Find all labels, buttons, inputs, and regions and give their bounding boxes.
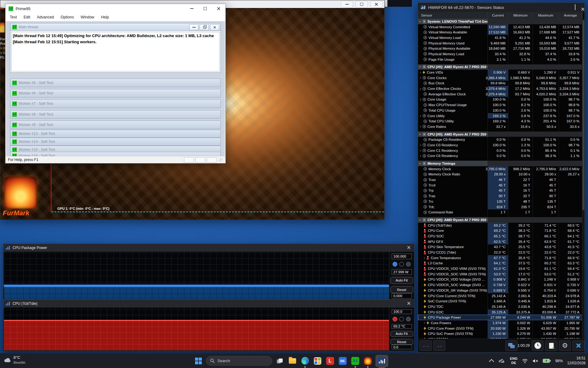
expand-chevron-icon[interactable]: › [420,70,421,75]
app-be-button[interactable]: BE [338,356,348,366]
hwinfo-titlebar[interactable]: HWiNFO® 64 v8.22-5670 - Sensors Status [418,3,585,12]
graph1-radio-3[interactable] [406,262,411,266]
furmark-maximize-button[interactable] [356,1,368,8]
graph1-max-input[interactable]: 100.000 [392,254,412,259]
sensor-row-core-powers[interactable]: ›Core Powers1.974 W0.002 W6.629 W1.965 W [418,320,583,326]
main-thread-minimize-button[interactable] [189,24,198,30]
sensor-row-average-effective-clock[interactable]: Average Effective Clock3,379.4 MHz93.7 M… [418,91,583,97]
sensor-row-core-utility[interactable]: ›Core Utility169.3 %0.8 %237.8 %167.0 % [418,113,583,119]
sensor-row-virtual-memory-available[interactable]: Virtual Memory Available17,510 MB16,663 … [418,29,583,35]
sensor-row-core-effective-clocks[interactable]: ›Core Effective Clocks3,379.4 MHz17.2 MH… [418,86,583,91]
sensor-row-cpu-edc[interactable]: CPU EDC35.125 A33.375 A83.000 A37.772 A [418,309,583,315]
worker-window-worker-7[interactable]: P2-1Worker #7 - Self-Test [10,99,221,108]
expand-chevron-icon[interactable]: › [424,321,425,325]
sensor-row-total-cpu-utility[interactable]: Total CPU Utility169.2 %4.3 %201.4 %167.… [418,118,583,124]
furmark-taskbar-button[interactable] [363,356,373,366]
sensor-row-cpu-tdc[interactable]: CPU TDC25.149 A2.030 A40.298 A24.977 A [418,304,583,309]
prime95-close-button[interactable] [212,4,225,13]
sensor-row-cpu-ccd1-tdie[interactable]: CPU CCD1 (Tdie)22.0 °C22.0 °C22.0 °C22.0… [418,250,583,255]
main-thread-close-button[interactable] [210,24,219,30]
section-header-cpu-0-amd-ryzen-ai-7-pro-350-w-radeon-860m-enhanced[interactable]: ›CPU [#0]: AMD Ryzen AI 7 PRO 350 w/ Rad… [418,217,583,223]
main-thread-window[interactable]: P2-1 Main thread [Main thread Feb 12 15:… [10,23,221,73]
expand-chevron-icon[interactable]: › [420,143,421,147]
graph2-titlebar[interactable]: CPU (Tctl/Tdie) [3,300,414,308]
sensor-table-header[interactable]: Sensor Current Minimum Maximum Average [418,12,583,19]
sensor-row-max-cpu-thread-usage[interactable]: Max CPU/Thread Usage100.0 %8.2 %100.0 %9… [418,102,583,108]
graph1-close-button[interactable] [407,245,412,250]
sensor-row-trp[interactable]: Trp45 T16 T45 T [418,188,583,194]
column-maximum[interactable]: Maximum [533,12,559,19]
sensor-row-core-c6-residency[interactable]: ›Core C6 Residency0.0 %0.0 %98.3 %1.1 % [418,153,583,159]
prime95-taskbar-button[interactable]: 2-1 [350,356,360,366]
battery-charging-icon[interactable] [543,358,551,363]
graph1-radio-2[interactable] [399,262,404,266]
graph2-max-input[interactable]: 100.0 [392,309,412,314]
column-minimum[interactable]: Minimum [508,12,533,19]
clock-button[interactable] [532,340,544,351]
column-average[interactable]: Average [559,12,582,19]
sensor-row-trfc[interactable]: Trfc824 T295 T824 T [418,204,583,210]
menu-advanced[interactable]: Advanced [37,15,54,19]
graph1-titlebar[interactable]: CPU Package Power [3,244,414,252]
expand-chevron-icon[interactable]: › [420,154,421,158]
column-sensor[interactable]: Sensor [418,12,488,19]
prime95-minimize-button[interactable] [185,4,198,13]
section-header-cpu-0-amd-ryzen-ai-7-pro-350-w-radeon-860m[interactable]: ›CPU [#0]: AMD Ryzen AI 7 PRO 350 w/ Rad… [418,64,583,70]
worker-window-worker-6[interactable]: P2-1Worker #6 - Self-Test [10,89,221,98]
edge-browser-button[interactable] [300,356,310,366]
sensor-row-core-temperatures[interactable]: ›Core Temperatures67.7 °C35.9 °C71.8 °C6… [418,255,583,261]
sensor-row-physical-memory-load[interactable]: Physical Memory Load33.4 %32.8 %37.4 %33… [418,51,583,57]
section-header-system-lenovo-thinkpad-t14-gen-6[interactable]: ›System: LENOVO ThinkPad T14 Gen 6 [418,19,583,24]
tray-overflow-chevron[interactable] [489,359,494,364]
main-thread-log[interactable]: [Main thread Feb 12 15:49] Optimizing fo… [11,32,220,71]
resize-grip[interactable] [219,158,223,162]
collapse-all-button[interactable]: →← [433,340,446,351]
graph2-current-value[interactable]: 69.2 °C [392,324,412,329]
furmark-close-button[interactable] [370,1,383,8]
hwinfo-exit-button[interactable] [572,340,585,351]
remote-monitoring-button[interactable] [505,340,518,351]
sensor-row-core-c1-residency[interactable]: ›Core C1 Residency0.0 %0.0 %85.4 %0.1 % [418,148,583,153]
sensor-row-cpu-vddcr-sr-voltage-svi3-tfn[interactable]: CPU VDDCR_SR Voltage (SVI3 TFN)0.699 V0.… [418,288,583,293]
search-input[interactable]: Search [206,356,272,366]
onedrive-paused-icon[interactable] [498,358,506,363]
chevron-down-icon[interactable]: › [418,219,423,220]
worker-window-worker-13[interactable]: P2-1Worker #13 - Self-Test [10,130,221,138]
chevron-down-icon[interactable]: › [418,163,423,164]
microsoft-store-button[interactable] [313,356,322,366]
graph2-radio-2[interactable] [399,317,404,321]
prime95-titlebar[interactable]: P2-1 Prime95 [6,4,225,13]
graph1-min-input[interactable]: 0.000 [392,293,412,299]
expand-chevron-icon[interactable]: › [420,113,421,118]
expand-chevron-icon[interactable]: › [424,256,425,260]
furmark-minimize-button[interactable] [341,1,353,8]
report-button[interactable] [545,340,557,351]
sensor-row-cpu-core-power-svi3-tfn[interactable]: CPU Core Power (SVI3 TFN)20.930 W1.326 W… [418,326,583,331]
sensor-row-cpu-vddcr-vdd-voltage-svi3[interactable]: CPU VDDCR_VDD Voltage (SVI3 ...0.908 V0.… [418,277,583,282]
task-view-button[interactable] [275,356,285,366]
sensor-row-tras[interactable]: Tras90 T32 T90 T [418,193,583,199]
sensor-row-cpu-vddcr-vdd-vrm-svi3-tfn[interactable]: CPU VDDCR_VDD VRM (SVI3 TFN)61.0 °C19.6 … [418,266,583,271]
start-button[interactable] [194,356,203,366]
sensor-row-cpu-tctl-tdie[interactable]: CPU (Tctl/Tdie)69.2 °C39.2 °C71.4 °C68.5… [418,223,583,228]
sensor-row-tcas[interactable]: Tcas46 T22 T46 T [418,177,583,182]
sensor-row-cpu-soc-power-svi3-tfn[interactable]: CPU SoC Power (SVI3 TFN)1.230 W0.279 W1.… [418,331,583,337]
sensor-row-bus-clock[interactable]: Bus Clock99.8 MHz99.8 MHz99.8 MHz99.8 MH… [418,81,583,86]
main-thread-restore-button[interactable] [200,24,209,30]
sensor-row-core-vids[interactable]: ›Core VIDs0.906 V0.660 V1.290 V0.911 V [418,70,583,75]
sensor-row-cpu-vddcr-soc-voltage-svi3[interactable]: CPU VDDCR_SOC Voltage (SVI3 ...0.738 V0.… [418,282,583,288]
graph1-current-value[interactable]: 27.999 W [392,269,412,275]
worker-window-worker-8[interactable]: P2-1Worker #8 - Self-Test [10,110,221,119]
sensor-row-soc-current-svi3-tfn[interactable]: SoC Current (SVI3 TFN)1.666 A0.445 A1.81… [418,298,583,304]
taskbar-weather-widget[interactable]: 8°C Bewölkt [4,355,25,365]
sensor-row-virtual-memory-load[interactable]: Virtual Memory Load41.8 %41.2 %44.6 %41.… [418,35,583,40]
sensor-row-command-rate[interactable]: Command Rate1 T1 T1 T [418,209,583,215]
sensor-row-cpu-package-power[interactable]: CPU Package Power27.999 W4.244 W51.006 W… [418,315,583,320]
sensor-row-trc[interactable]: Trc135 T48 T135 T [418,199,583,204]
expand-chevron-icon[interactable]: › [420,86,421,91]
wifi-icon[interactable] [522,358,528,363]
sensor-row-cpu-core-current-svi3-tfn[interactable]: CPU Core Current (SVI3 TFN)25.142 A2.061… [418,293,583,299]
graph2-close-button[interactable] [407,301,412,306]
sensor-row-core-c0-residency[interactable]: ›Core C0 Residency100.0 %1.3 %100.0 %98.… [418,142,583,148]
expand-chevron-icon[interactable]: › [420,125,421,129]
